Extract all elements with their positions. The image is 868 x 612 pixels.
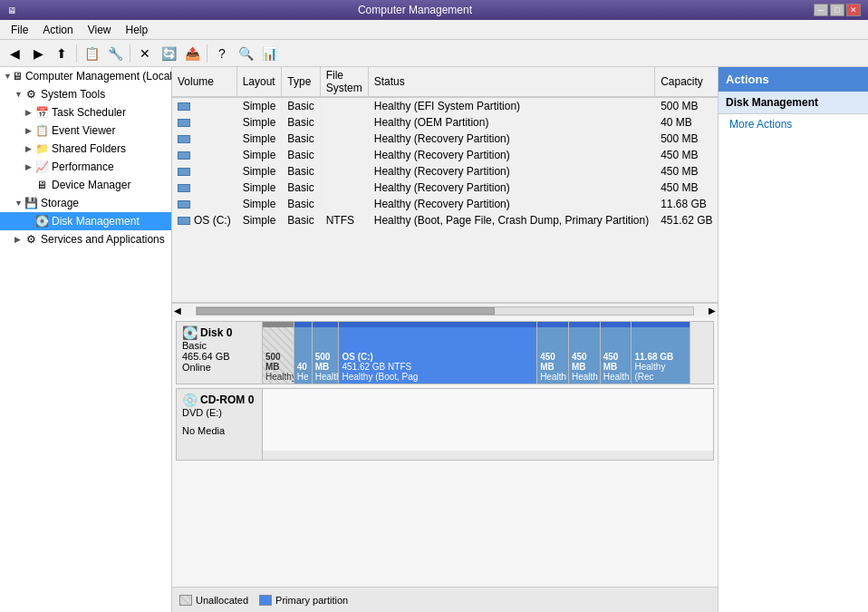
toolbar-refresh[interactable]: 🔄 <box>158 43 179 64</box>
partition-os-c[interactable]: OS (C:) 451.62 GB NTFS Healthy (Boot, Pa… <box>339 322 537 384</box>
toolbar-export[interactable]: 📤 <box>181 43 203 64</box>
col-type[interactable]: Type <box>282 67 320 97</box>
cell-capacity: 11.68 GB <box>655 196 718 212</box>
cell-type: Basic <box>282 97 320 114</box>
partition-450mb-1[interactable]: 450 MB Health <box>537 322 569 384</box>
menu-action[interactable]: Action <box>35 22 80 38</box>
sidebar-label-task-scheduler: Task Scheduler <box>52 106 126 119</box>
cell-status: Healthy (Boot, Page File, Crash Dump, Pr… <box>368 212 654 228</box>
storage-icon: 💾 <box>24 196 38 210</box>
legend-bar: Unallocated Primary partition <box>172 587 718 612</box>
table-row[interactable]: Simple Basic Healthy (Recovery Partition… <box>172 196 718 212</box>
disk-0-type: Basic <box>182 340 256 351</box>
disk-row-0: 💽 Disk 0 Basic 465.64 GB Online 500 MB H… <box>176 321 714 384</box>
scroll-track[interactable] <box>196 306 694 316</box>
table-row[interactable]: Simple Basic Healthy (EFI System Partiti… <box>172 97 718 114</box>
sidebar-label-event-viewer: Event Viewer <box>52 124 115 137</box>
menu-help[interactable]: Help <box>119 22 156 38</box>
toolbar-sep-1 <box>76 44 77 63</box>
cell-status: Healthy (Recovery Partition) <box>368 147 654 163</box>
partition-450mb-3[interactable]: 450 MB Health <box>601 322 632 384</box>
expand-icon-system: ▼ <box>14 90 24 99</box>
cell-type: Basic <box>282 147 320 163</box>
sidebar-item-shared-folders[interactable]: ▶ 📁 Shared Folders <box>0 140 171 158</box>
title-bar-title: Computer Management <box>16 4 814 16</box>
cell-status: Healthy (OEM Partition) <box>368 114 654 131</box>
expand-icon-event: ▶ <box>25 126 34 135</box>
toolbar-show-hide[interactable]: 📋 <box>81 43 102 64</box>
sidebar-label-system-tools: System Tools <box>41 88 105 101</box>
cell-type: Basic <box>282 180 320 196</box>
cell-status: Healthy (Recovery Partition) <box>368 163 654 180</box>
sidebar-item-storage[interactable]: ▼ 💾 Storage <box>0 194 171 212</box>
partition-11gb[interactable]: 11.68 GB Healthy (Rec <box>632 322 690 384</box>
sidebar-item-task-scheduler[interactable]: ▶ 📅 Task Scheduler <box>0 103 171 121</box>
col-capacity[interactable]: Capacity <box>655 67 718 97</box>
table-row[interactable]: Simple Basic Healthy (Recovery Partition… <box>172 147 718 163</box>
expand-icon-perf: ▶ <box>25 162 34 171</box>
partition-450mb-2[interactable]: 450 MB Health <box>569 322 601 384</box>
sidebar-item-event-viewer[interactable]: ▶ 📋 Event Viewer <box>0 121 171 140</box>
h-scrollbar[interactable]: ◀ ▶ <box>172 303 718 317</box>
disk-row-cdrom: 💿 CD-ROM 0 DVD (E:) No Media <box>176 388 714 461</box>
table-row[interactable]: Simple Basic Healthy (Recovery Partition… <box>172 131 718 147</box>
table-row[interactable]: Simple Basic Healthy (Recovery Partition… <box>172 180 718 196</box>
toolbar: ◀ ▶ ⬆ 📋 🔧 ✕ 🔄 📤 ? 🔍 📊 <box>0 40 868 67</box>
col-volume[interactable]: Volume <box>172 67 236 97</box>
cell-status: Healthy (Recovery Partition) <box>368 131 654 147</box>
cell-type: Basic <box>282 131 320 147</box>
sidebar-item-computer-mgmt[interactable]: ▼ 🖥 Computer Management (Local <box>0 67 171 85</box>
expand-icon-task: ▶ <box>25 108 34 117</box>
sidebar-label-shared-folders: Shared Folders <box>52 142 126 155</box>
close-button[interactable]: ✕ <box>846 4 861 16</box>
cdrom-label: 💿 CD-ROM 0 DVD (E:) No Media <box>177 389 263 460</box>
table-row[interactable]: Simple Basic Healthy (Recovery Partition… <box>172 163 718 180</box>
cell-fs <box>320 131 368 147</box>
actions-link-more[interactable]: More Actions <box>719 114 868 134</box>
col-layout[interactable]: Layout <box>236 67 282 97</box>
toolbar-properties[interactable]: 🔧 <box>104 43 126 64</box>
toolbar-forward[interactable]: ▶ <box>27 43 49 64</box>
cell-volume <box>172 147 236 163</box>
cell-fs: NTFS <box>320 212 368 228</box>
cell-layout: Simple <box>236 147 282 163</box>
partition-40mb[interactable]: 40 He <box>294 322 313 384</box>
legend-primary: Primary partition <box>259 595 348 606</box>
sidebar-item-system-tools[interactable]: ▼ ⚙ System Tools <box>0 85 171 103</box>
table-row[interactable]: OS (C:) Simple Basic NTFS Healthy (Boot,… <box>172 212 718 228</box>
cell-volume <box>172 114 236 131</box>
maximize-button[interactable]: □ <box>830 4 844 16</box>
minimize-button[interactable]: ─ <box>814 4 828 16</box>
sidebar-item-device-manager[interactable]: 🖥 Device Manager <box>0 176 171 194</box>
disk-0-partitions: 500 MB Healthy 40 He 500 MB Healthy <box>263 322 713 384</box>
menu-view[interactable]: View <box>81 22 119 38</box>
main-container: ▼ 🖥 Computer Management (Local ▼ ⚙ Syste… <box>0 67 868 612</box>
toolbar-help[interactable]: ? <box>211 43 233 64</box>
scroll-thumb[interactable] <box>197 307 495 315</box>
partition-unalloc-500[interactable]: 500 MB Healthy <box>263 322 294 384</box>
menu-file[interactable]: File <box>4 22 35 38</box>
sidebar-item-services-apps[interactable]: ▶ ⚙ Services and Applications <box>0 230 171 248</box>
sidebar-item-performance[interactable]: ▶ 📈 Performance <box>0 158 171 176</box>
sidebar-item-disk-management[interactable]: 💽 Disk Management <box>0 212 171 230</box>
cell-capacity: 40 MB <box>655 114 718 131</box>
toolbar-back[interactable]: ◀ <box>4 43 25 64</box>
toolbar-search[interactable]: 🔍 <box>235 43 256 64</box>
content-area: Volume Layout Type File System Status Ca… <box>172 67 718 612</box>
partition-500mb-recovery[interactable]: 500 MB Healthy <box>313 322 340 384</box>
table-row[interactable]: Simple Basic Healthy (OEM Partition) 40 … <box>172 114 718 131</box>
cdrom-type: DVD (E:) <box>182 407 256 418</box>
cell-volume: OS (C:) <box>172 212 236 228</box>
cdrom-partitions <box>263 389 713 451</box>
toolbar-up[interactable]: ⬆ <box>51 43 72 64</box>
col-status[interactable]: Status <box>368 67 654 97</box>
toolbar-cancel[interactable]: ✕ <box>134 43 156 64</box>
toolbar-chart[interactable]: 📊 <box>258 43 280 64</box>
col-filesystem[interactable]: File System <box>320 67 368 97</box>
cell-status: Healthy (EFI System Partition) <box>368 97 654 114</box>
cell-volume <box>172 163 236 180</box>
legend-unalloc-label: Unallocated <box>196 595 248 606</box>
expand-icon-storage: ▼ <box>14 199 24 208</box>
sidebar-label-services-apps: Services and Applications <box>41 233 165 246</box>
toolbar-sep-2 <box>130 44 130 63</box>
